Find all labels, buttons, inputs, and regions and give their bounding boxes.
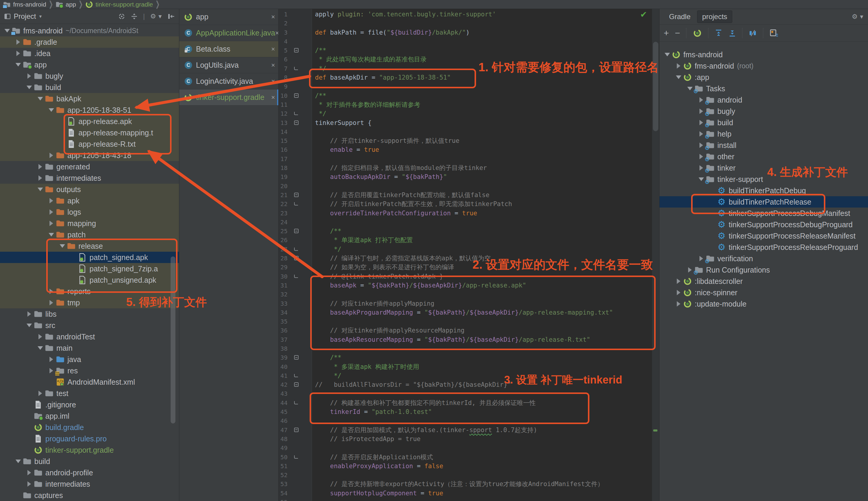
fold-marker-icon[interactable]	[294, 382, 299, 387]
chevron-collapsed-icon[interactable]	[50, 221, 53, 226]
code-line-42[interactable]: // buildAllFlavorsDir = "${bakPath}/${ba…	[312, 380, 652, 389]
gradle-tree-item-tinkerSupportProcessDebugProguard[interactable]: ⚙tinkerSupportProcessDebugProguard	[659, 219, 868, 230]
project-tree-item-AndroidManifest.xml[interactable]: </>AndroidManifest.xml	[0, 376, 179, 388]
code-line-30[interactable]: // @{link tinkerPatch.oldApk }	[312, 272, 652, 281]
remove-icon[interactable]: −	[675, 28, 680, 38]
code-line-38[interactable]	[312, 344, 652, 353]
code-line-19[interactable]: autoBackupApkDir = "${bakPath}"	[312, 172, 652, 181]
chevron-collapsed-icon[interactable]	[50, 209, 53, 215]
editor-tab-LogUtils.java[interactable]: CLogUtils.java×	[179, 57, 278, 73]
project-tree-item-app-1205-18-43-18[interactable]: app-1205-18-43-18	[0, 150, 179, 161]
chevron-collapsed-icon[interactable]	[39, 164, 42, 169]
project-tree-item-outputs[interactable]: outputs	[0, 184, 179, 195]
project-tree-item-test[interactable]: test	[0, 388, 179, 399]
chevron-expanded-icon[interactable]	[665, 53, 670, 56]
code-line-40[interactable]: * 多渠道apk 构建补丁时使用	[312, 362, 652, 371]
code-line-18[interactable]: // 指定归档目录，默认值当前module的子目录tinker	[312, 163, 652, 172]
settings-gear-icon[interactable]: ⚙▼	[150, 12, 162, 20]
chevron-collapsed-icon[interactable]	[17, 39, 20, 45]
chevron-collapsed-icon[interactable]	[677, 290, 680, 295]
chevron-expanded-icon[interactable]	[60, 244, 65, 248]
chevron-collapsed-icon[interactable]	[50, 153, 53, 158]
project-scrollbar[interactable]	[171, 256, 176, 424]
chevron-collapsed-icon[interactable]	[688, 267, 692, 273]
project-tree-item-apk[interactable]: apk	[0, 195, 179, 206]
gradle-tree-item-build[interactable]: ⚙build	[659, 117, 868, 128]
locate-target-icon[interactable]	[118, 13, 125, 20]
breadcrumb-item-fms-android[interactable]: fms-android	[3, 1, 46, 8]
gradle-tree-item-buildTinkerPatchRelease[interactable]: ⚙buildTinkerPatchRelease	[659, 196, 868, 207]
chevron-collapsed-icon[interactable]	[39, 334, 42, 339]
chevron-collapsed-icon[interactable]	[699, 120, 703, 125]
code-line-39[interactable]: /**	[312, 353, 652, 362]
code-line-45[interactable]: tinkerId = "patch-1.0.test"	[312, 407, 652, 416]
code-line-3[interactable]: def bakPath = file("${buildDir}/bakApk/"…	[312, 28, 652, 37]
code-line-15[interactable]: // 开启tinker-support插件，默认值true	[312, 136, 652, 145]
code-line-29[interactable]: // 如果为空，则表示不是进行补丁包的编译	[312, 263, 652, 272]
gradle-tree-item-buildTinkerPatchDebug[interactable]: ⚙buildTinkerPatchDebug	[659, 185, 868, 196]
project-tree-item-app.iml[interactable]: app.iml	[0, 411, 179, 422]
project-tree-item-androidTest[interactable]: androidTest	[0, 331, 179, 342]
code-line-17[interactable]	[312, 154, 652, 163]
code-line-12[interactable]: */	[312, 109, 652, 118]
code-line-13[interactable]: tinkerSupport {	[312, 118, 652, 127]
gradle-tree-item-RunConfigurations[interactable]: ⚙Run Configurations	[659, 264, 868, 276]
editor-tab-app[interactable]: app×	[179, 9, 278, 25]
code-line-31[interactable]: baseApk = "${bakPath}/${baseApkDir}/app-…	[312, 281, 652, 290]
code-line-4[interactable]	[312, 37, 652, 46]
code-line-25[interactable]: /**	[312, 227, 652, 236]
code-line-51[interactable]: enableProxyApplication = false	[312, 462, 652, 471]
fold-marker-icon[interactable]	[294, 193, 299, 197]
project-tree-item-proguard-rules.pro[interactable]: proguard-rules.pro	[0, 433, 179, 444]
gradle-tree-item-:nice-spinner[interactable]: :nice-spinner	[659, 287, 868, 298]
code-line-2[interactable]	[312, 19, 652, 28]
gradle-tree-item-verification[interactable]: ⚙verification	[659, 253, 868, 264]
chevron-collapsed-icon[interactable]	[28, 470, 31, 475]
code-line-5[interactable]: /**	[312, 46, 652, 55]
gradle-tree-item-:app[interactable]: :app	[659, 72, 868, 83]
code-line-53[interactable]: // 是否支持新增非export的Activity（注意：设置为true才能修改…	[312, 480, 652, 489]
chevron-collapsed-icon[interactable]	[677, 278, 680, 284]
chevron-collapsed-icon[interactable]	[50, 357, 53, 362]
chevron-expanded-icon[interactable]	[27, 323, 32, 327]
fold-marker-icon[interactable]	[294, 229, 299, 233]
editor-code-area[interactable]: apply plugin: 'com.tencent.bugly.tinker-…	[312, 9, 652, 501]
code-line-46[interactable]	[312, 416, 652, 425]
chevron-collapsed-icon[interactable]	[699, 131, 703, 137]
close-tab-icon[interactable]: ×	[271, 13, 275, 21]
gradle-settings-icon[interactable]: ⚙	[770, 29, 778, 37]
code-line-9[interactable]	[312, 82, 652, 91]
project-panel-title[interactable]: Project	[14, 12, 36, 21]
project-tree-item-app-release-R.txt[interactable]: app-release-R.txt	[0, 138, 179, 150]
project-tree-item-app-release-mapping.t[interactable]: app-release-mapping.t	[0, 127, 179, 138]
project-tree-item-app[interactable]: app	[0, 59, 179, 71]
fold-marker-icon[interactable]	[294, 355, 299, 360]
project-tree-item-intermediates[interactable]: intermediates	[0, 478, 179, 490]
chevron-collapsed-icon[interactable]	[28, 73, 31, 79]
project-tree-item-.gitignore[interactable]: .gitignore	[0, 399, 179, 411]
expand-all-icon[interactable]	[715, 29, 722, 37]
chevron-expanded-icon[interactable]	[38, 346, 43, 350]
code-line-7[interactable]: */	[312, 64, 652, 73]
code-line-11[interactable]: * 对于插件各参数的详细解析请参考	[312, 100, 652, 109]
chevron-collapsed-icon[interactable]	[677, 63, 680, 68]
project-tree-item-patch_signed_7zip.a[interactable]: patch_signed_7zip.a	[0, 263, 179, 274]
chevron-collapsed-icon[interactable]	[699, 97, 703, 103]
code-line-6[interactable]: * 此处填写每次构建生成的基准包目录	[312, 55, 652, 64]
code-line-34[interactable]: baseApkProguardMapping = "${bakPath}/${b…	[312, 308, 652, 317]
gradle-tree-item-bugly[interactable]: ⚙bugly	[659, 106, 868, 117]
code-line-23[interactable]: overrideTinkerPatchConfiguration = true	[312, 209, 652, 218]
project-tree-item-main[interactable]: main	[0, 342, 179, 354]
chevron-expanded-icon[interactable]	[38, 188, 43, 191]
chevron-expanded-icon[interactable]	[687, 87, 692, 90]
gradle-tree-item-tinkerSupportProcessDebugManifest[interactable]: ⚙tinkerSupportProcessDebugManifest	[659, 207, 868, 219]
project-tree-item-libs[interactable]: libs	[0, 308, 179, 320]
project-tree-item-build[interactable]: build	[0, 456, 179, 467]
fold-marker-icon[interactable]	[294, 93, 299, 98]
code-line-28[interactable]: // 编译补丁包时，必需指定基线版本的apk，默认值为空	[312, 254, 652, 263]
code-line-1[interactable]: apply plugin: 'com.tencent.bugly.tinker-…	[312, 10, 652, 19]
refresh-gradle-icon[interactable]	[692, 29, 702, 37]
project-tree-item-generated[interactable]: generated	[0, 161, 179, 172]
gradle-tree-item-android[interactable]: ⚙android	[659, 94, 868, 106]
code-line-24[interactable]	[312, 218, 652, 227]
